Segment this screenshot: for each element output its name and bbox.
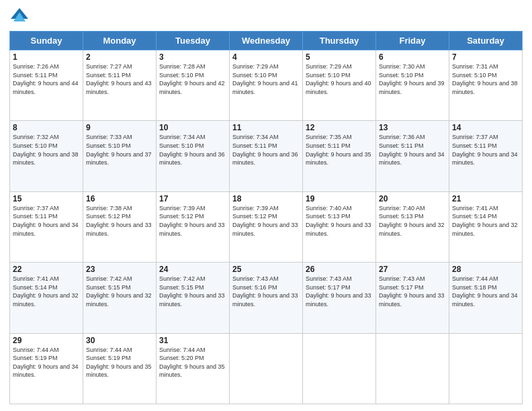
- day-cell: 2Sunrise: 7:27 AMSunset: 5:11 PMDaylight…: [83, 50, 157, 121]
- header-day-saturday: Saturday: [449, 32, 523, 50]
- day-info: Sunrise: 7:33 AMSunset: 5:10 PMDaylight:…: [86, 134, 152, 166]
- header-day-tuesday: Tuesday: [157, 32, 230, 50]
- day-info: Sunrise: 7:32 AMSunset: 5:10 PMDaylight:…: [13, 134, 79, 166]
- day-info: Sunrise: 7:44 AMSunset: 5:20 PMDaylight:…: [159, 347, 225, 379]
- day-info: Sunrise: 7:38 AMSunset: 5:12 PMDaylight:…: [86, 205, 152, 237]
- day-number: 18: [232, 194, 300, 203]
- day-number: 24: [159, 265, 226, 274]
- page: SundayMondayTuesdayWednesdayThursdayFrid…: [0, 0, 532, 411]
- day-number: 3: [159, 52, 226, 62]
- day-info: Sunrise: 7:44 AMSunset: 5:19 PMDaylight:…: [13, 347, 79, 379]
- day-info: Sunrise: 7:40 AMSunset: 5:13 PMDaylight:…: [306, 205, 371, 237]
- day-number: 29: [13, 336, 80, 345]
- day-cell: 12Sunrise: 7:35 AMSunset: 5:11 PMDayligh…: [303, 121, 376, 191]
- header-day-wednesday: Wednesday: [230, 32, 303, 50]
- day-cell: 31Sunrise: 7:44 AMSunset: 5:20 PMDayligh…: [157, 333, 230, 404]
- day-number: 5: [306, 52, 373, 62]
- logo-icon: [9, 7, 30, 27]
- day-cell: 5Sunrise: 7:29 AMSunset: 5:10 PMDaylight…: [303, 50, 376, 121]
- day-cell: 26Sunrise: 7:43 AMSunset: 5:17 PMDayligh…: [303, 263, 376, 333]
- day-info: Sunrise: 7:39 AMSunset: 5:12 PMDaylight:…: [159, 205, 225, 237]
- day-info: Sunrise: 7:37 AMSunset: 5:11 PMDaylight:…: [13, 205, 79, 237]
- week-row-2: 8Sunrise: 7:32 AMSunset: 5:10 PMDaylight…: [10, 121, 523, 191]
- day-number: 22: [13, 265, 80, 274]
- day-cell: [449, 333, 523, 404]
- day-cell: 7Sunrise: 7:31 AMSunset: 5:10 PMDaylight…: [449, 50, 523, 121]
- day-cell: 17Sunrise: 7:39 AMSunset: 5:12 PMDayligh…: [157, 191, 230, 262]
- header-day-monday: Monday: [83, 32, 157, 50]
- day-number: 2: [86, 52, 153, 62]
- logo: [9, 7, 32, 27]
- day-number: 10: [159, 123, 226, 132]
- header-day-friday: Friday: [376, 32, 449, 50]
- day-cell: 27Sunrise: 7:43 AMSunset: 5:17 PMDayligh…: [376, 263, 449, 333]
- day-number: 7: [452, 52, 519, 62]
- day-number: 12: [306, 123, 373, 132]
- day-number: 9: [86, 123, 153, 132]
- day-info: Sunrise: 7:31 AMSunset: 5:10 PMDaylight:…: [452, 63, 518, 95]
- day-number: 11: [232, 123, 300, 132]
- day-info: Sunrise: 7:29 AMSunset: 5:10 PMDaylight:…: [232, 63, 298, 95]
- day-number: 20: [379, 194, 446, 203]
- day-number: 26: [306, 265, 373, 274]
- day-cell: 19Sunrise: 7:40 AMSunset: 5:13 PMDayligh…: [303, 191, 376, 262]
- day-info: Sunrise: 7:36 AMSunset: 5:11 PMDaylight:…: [379, 134, 445, 166]
- day-number: 27: [379, 265, 446, 274]
- calendar-body: 1Sunrise: 7:26 AMSunset: 5:11 PMDaylight…: [10, 50, 523, 404]
- day-info: Sunrise: 7:27 AMSunset: 5:11 PMDaylight:…: [86, 63, 152, 95]
- header-row: SundayMondayTuesdayWednesdayThursdayFrid…: [10, 32, 523, 50]
- day-cell: 14Sunrise: 7:37 AMSunset: 5:11 PMDayligh…: [449, 121, 523, 191]
- day-number: 8: [13, 123, 80, 132]
- day-number: 16: [86, 194, 153, 203]
- day-cell: 15Sunrise: 7:37 AMSunset: 5:11 PMDayligh…: [10, 191, 83, 262]
- day-info: Sunrise: 7:26 AMSunset: 5:11 PMDaylight:…: [13, 63, 79, 95]
- day-info: Sunrise: 7:44 AMSunset: 5:18 PMDaylight:…: [452, 275, 518, 308]
- day-info: Sunrise: 7:43 AMSunset: 5:17 PMDaylight:…: [306, 275, 371, 308]
- day-cell: 6Sunrise: 7:30 AMSunset: 5:10 PMDaylight…: [376, 50, 449, 121]
- day-number: 28: [452, 265, 519, 274]
- day-info: Sunrise: 7:28 AMSunset: 5:10 PMDaylight:…: [159, 63, 225, 95]
- day-cell: [376, 333, 449, 404]
- day-cell: 10Sunrise: 7:34 AMSunset: 5:10 PMDayligh…: [157, 121, 230, 191]
- day-cell: 11Sunrise: 7:34 AMSunset: 5:11 PMDayligh…: [230, 121, 303, 191]
- day-info: Sunrise: 7:34 AMSunset: 5:11 PMDaylight:…: [232, 134, 298, 166]
- week-row-1: 1Sunrise: 7:26 AMSunset: 5:11 PMDaylight…: [10, 50, 523, 121]
- day-number: 31: [159, 336, 226, 345]
- day-cell: 20Sunrise: 7:40 AMSunset: 5:13 PMDayligh…: [376, 191, 449, 262]
- header-day-sunday: Sunday: [10, 32, 83, 50]
- day-number: 15: [13, 194, 80, 203]
- day-cell: 25Sunrise: 7:43 AMSunset: 5:16 PMDayligh…: [230, 263, 303, 333]
- day-number: 1: [13, 52, 80, 62]
- day-cell: 24Sunrise: 7:42 AMSunset: 5:15 PMDayligh…: [157, 263, 230, 333]
- day-cell: 21Sunrise: 7:41 AMSunset: 5:14 PMDayligh…: [449, 191, 523, 262]
- calendar-header: SundayMondayTuesdayWednesdayThursdayFrid…: [10, 32, 523, 50]
- day-info: Sunrise: 7:37 AMSunset: 5:11 PMDaylight:…: [452, 134, 518, 166]
- day-number: 30: [86, 336, 153, 345]
- day-cell: 3Sunrise: 7:28 AMSunset: 5:10 PMDaylight…: [157, 50, 230, 121]
- day-cell: 8Sunrise: 7:32 AMSunset: 5:10 PMDaylight…: [10, 121, 83, 191]
- day-number: 21: [452, 194, 519, 203]
- day-info: Sunrise: 7:34 AMSunset: 5:10 PMDaylight:…: [159, 134, 225, 166]
- day-info: Sunrise: 7:29 AMSunset: 5:10 PMDaylight:…: [306, 63, 371, 95]
- week-row-3: 15Sunrise: 7:37 AMSunset: 5:11 PMDayligh…: [10, 191, 523, 262]
- day-info: Sunrise: 7:42 AMSunset: 5:15 PMDaylight:…: [86, 275, 152, 308]
- day-info: Sunrise: 7:35 AMSunset: 5:11 PMDaylight:…: [306, 134, 371, 166]
- day-info: Sunrise: 7:40 AMSunset: 5:13 PMDaylight:…: [379, 205, 445, 237]
- day-number: 13: [379, 123, 446, 132]
- day-cell: 30Sunrise: 7:44 AMSunset: 5:19 PMDayligh…: [83, 333, 157, 404]
- day-cell: 1Sunrise: 7:26 AMSunset: 5:11 PMDaylight…: [10, 50, 83, 121]
- day-cell: [230, 333, 303, 404]
- day-cell: 13Sunrise: 7:36 AMSunset: 5:11 PMDayligh…: [376, 121, 449, 191]
- day-info: Sunrise: 7:42 AMSunset: 5:15 PMDaylight:…: [159, 275, 225, 308]
- day-cell: 22Sunrise: 7:41 AMSunset: 5:14 PMDayligh…: [10, 263, 83, 333]
- week-row-4: 22Sunrise: 7:41 AMSunset: 5:14 PMDayligh…: [10, 263, 523, 333]
- day-cell: 18Sunrise: 7:39 AMSunset: 5:12 PMDayligh…: [230, 191, 303, 262]
- day-cell: 16Sunrise: 7:38 AMSunset: 5:12 PMDayligh…: [83, 191, 157, 262]
- day-info: Sunrise: 7:41 AMSunset: 5:14 PMDaylight:…: [13, 275, 79, 308]
- day-info: Sunrise: 7:41 AMSunset: 5:14 PMDaylight:…: [452, 205, 518, 237]
- header-day-thursday: Thursday: [303, 32, 376, 50]
- day-info: Sunrise: 7:43 AMSunset: 5:16 PMDaylight:…: [232, 275, 298, 308]
- day-cell: 28Sunrise: 7:44 AMSunset: 5:18 PMDayligh…: [449, 263, 523, 333]
- header: [9, 7, 523, 27]
- day-info: Sunrise: 7:43 AMSunset: 5:17 PMDaylight:…: [379, 275, 445, 308]
